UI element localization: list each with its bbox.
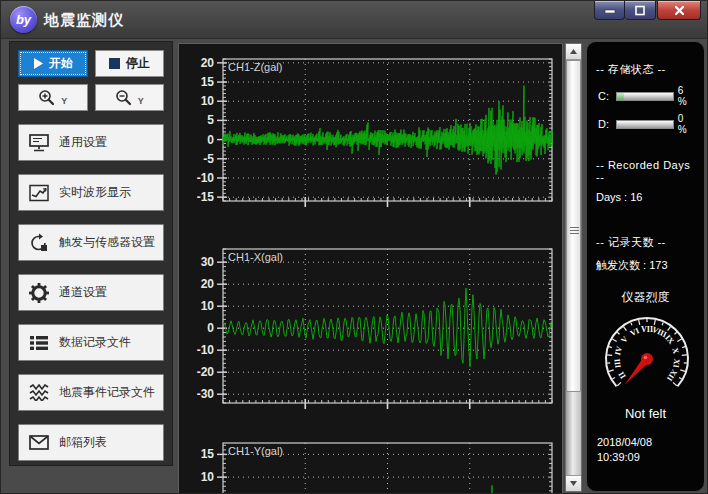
zoom-in-icon: [38, 89, 55, 106]
scroll-up-icon: [570, 49, 577, 54]
svg-text:-15: -15: [197, 190, 215, 204]
svg-text:VI: VI: [629, 326, 641, 338]
record-count-header: -- 记录天数 --: [596, 235, 695, 250]
svg-text:II: II: [617, 370, 628, 380]
start-button[interactable]: 开始: [18, 50, 88, 77]
sidebar-item-label: 通道设置: [59, 284, 107, 301]
drive-d-row: D: 0 %: [598, 113, 695, 135]
zoom-in-y-button[interactable]: Y: [18, 84, 88, 111]
seismic-event-icon: [29, 384, 49, 401]
date-value: 2018/04/08: [597, 435, 652, 450]
gear-icon: [29, 283, 49, 303]
drive-d-label: D:: [598, 118, 612, 130]
minimize-button[interactable]: [594, 1, 625, 20]
svg-text:0: 0: [207, 321, 214, 335]
drive-d-percent: 0 %: [678, 113, 695, 135]
svg-text:5: 5: [207, 113, 214, 127]
days-value: Days : 16: [596, 191, 695, 203]
svg-text:X: X: [670, 347, 680, 355]
sidebar-item-general-settings[interactable]: 通用设置: [18, 124, 164, 161]
status-panel: -- 存储状态 -- C: 6 % D: 0 % -- Recorded Day…: [586, 41, 705, 492]
trigger-sensor-icon: [29, 233, 49, 252]
gauge-title: 仪器烈度: [596, 289, 695, 306]
app-window: by 地震监测仪 开始: [0, 0, 708, 494]
svg-text:20: 20: [201, 277, 215, 291]
chart-ch1-x: 3020100-10-20-30CH1-X(gal): [179, 239, 560, 417]
scroll-down-icon: [570, 481, 577, 486]
zoom-out-axis-label: Y: [138, 96, 144, 106]
svg-text:0: 0: [207, 133, 214, 147]
minimize-icon: [604, 8, 616, 13]
chart-ch1-z: 20151050-5-10-15CH1-Z(gal): [179, 49, 560, 215]
waveform-chart-panel: 20151050-5-10-15CH1-Z(gal) 3020100-10-20…: [178, 43, 563, 494]
drive-c-percent: 6 %: [678, 85, 695, 107]
drive-c-row: C: 6 %: [598, 85, 695, 107]
gauge-reading: Not felt: [596, 406, 695, 421]
sidebar: 开始 停止 Y Y: [9, 41, 173, 466]
sidebar-item-label: 地震事件记录文件: [59, 384, 155, 401]
svg-text:15: 15: [201, 75, 215, 89]
chart-scrollbar[interactable]: [565, 43, 582, 492]
svg-text:CH1-Z(gal): CH1-Z(gal): [228, 61, 282, 73]
title-bar: by 地震监测仪: [1, 1, 708, 39]
stop-icon: [109, 58, 120, 69]
sidebar-item-data-record-files[interactable]: 数据记录文件: [18, 324, 164, 361]
sidebar-item-seismic-event-files[interactable]: 地震事件记录文件: [18, 374, 164, 411]
svg-text:10: 10: [201, 94, 215, 108]
sidebar-item-label: 实时波形显示: [59, 184, 131, 201]
svg-text:10: 10: [201, 299, 215, 313]
maximize-icon: [634, 5, 646, 16]
svg-text:IV: IV: [613, 345, 624, 356]
sidebar-item-mail-list[interactable]: 邮箱列表: [18, 424, 164, 461]
drive-c-usage-bar: [616, 92, 674, 101]
monitor-icon: [29, 134, 49, 152]
svg-text:III: III: [613, 358, 623, 369]
scrollbar-thumb[interactable]: [566, 60, 581, 392]
sidebar-item-label: 邮箱列表: [59, 434, 107, 451]
scroll-down-button[interactable]: [566, 475, 581, 491]
maximize-button[interactable]: [625, 1, 656, 20]
scrollbar-grip: [570, 225, 579, 236]
zoom-out-icon: [115, 89, 132, 106]
sidebar-item-label: 通用设置: [59, 134, 107, 151]
zoom-in-axis-label: Y: [61, 96, 67, 106]
svg-text:-10: -10: [197, 343, 215, 357]
sidebar-item-trigger-sensor-settings[interactable]: 触发与传感器设置: [18, 224, 164, 261]
svg-text:V: V: [619, 334, 630, 344]
svg-text:CH1-X(gal): CH1-X(gal): [228, 251, 283, 263]
app-title: 地震监测仪: [44, 1, 124, 39]
close-icon: [674, 5, 685, 16]
scroll-up-button[interactable]: [566, 44, 581, 60]
start-label: 开始: [49, 55, 73, 72]
storage-status-header: -- 存储状态 --: [596, 62, 695, 77]
recorded-days-header: -- Recorded Days --: [596, 159, 695, 183]
svg-text:-10: -10: [197, 171, 215, 185]
svg-text:CH1-Y(gal): CH1-Y(gal): [228, 445, 283, 457]
svg-text:10: 10: [201, 470, 215, 484]
play-icon: [33, 58, 43, 69]
chart-ch1-y: 151050-5-10-15CH1-Y(gal): [179, 433, 560, 494]
svg-text:-5: -5: [203, 152, 214, 166]
datetime-display: 2018/04/08 10:39:09: [597, 435, 652, 465]
sidebar-item-channel-settings[interactable]: 通道设置: [18, 274, 164, 311]
svg-text:30: 30: [201, 255, 215, 269]
app-logo-icon: by: [10, 6, 37, 33]
intensity-gauge: IIIIIIVVVIVIIVIIIIXXXIXII: [596, 308, 695, 406]
waveform-icon: [29, 184, 49, 202]
close-button[interactable]: [657, 1, 701, 20]
svg-text:XI: XI: [671, 358, 681, 368]
stop-label: 停止: [126, 55, 150, 72]
svg-text:-20: -20: [197, 365, 215, 379]
zoom-out-y-button[interactable]: Y: [95, 84, 165, 111]
mail-icon: [29, 435, 49, 450]
list-icon: [29, 335, 49, 351]
stop-button[interactable]: 停止: [95, 50, 165, 77]
sidebar-item-label: 数据记录文件: [59, 334, 131, 351]
svg-text:XII: XII: [665, 368, 679, 383]
time-value: 10:39:09: [597, 450, 652, 465]
drive-c-label: C:: [598, 90, 612, 102]
sidebar-item-label: 触发与传感器设置: [59, 234, 155, 251]
sidebar-item-realtime-waveform[interactable]: 实时波形显示: [18, 174, 164, 211]
drive-d-usage-bar: [616, 120, 674, 129]
trigger-count-value: 触发次数 : 173: [596, 258, 695, 273]
